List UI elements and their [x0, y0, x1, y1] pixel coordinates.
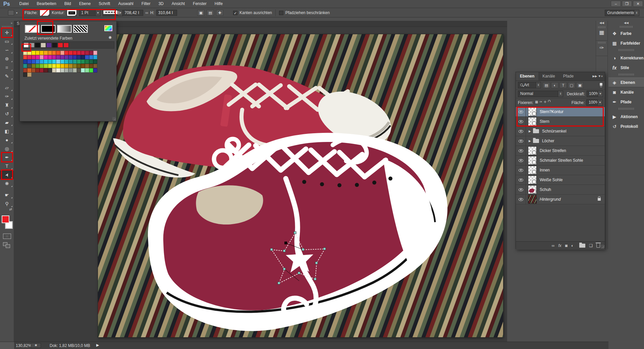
visibility-cell[interactable] [516, 165, 526, 175]
menu-bild[interactable]: Bild [60, 0, 75, 8]
recent-color-swatch-3[interactable] [41, 43, 46, 48]
solid-color-button[interactable] [41, 24, 56, 33]
color-swatch-3-1[interactable] [27, 64, 31, 68]
color-swatch-4-10[interactable] [64, 68, 68, 72]
color-swatch-1-0[interactable] [23, 55, 27, 59]
lock-transparency-icon[interactable]: ▦ [535, 100, 538, 105]
color-swatch-0-7[interactable] [52, 51, 56, 55]
color-swatch-4-17[interactable] [93, 68, 97, 72]
layer-row[interactable]: Weiße Sohle [516, 175, 605, 185]
layer-row[interactable]: ▶Schnürsenkel [516, 127, 605, 136]
menu-ebene[interactable]: Ebene [75, 0, 95, 8]
dock-item-ebenen[interactable]: ◈Ebenen [608, 78, 644, 87]
canvas[interactable] [98, 34, 503, 337]
zoom-tool[interactable]: ⚲ [0, 199, 14, 208]
dock-item-farbe[interactable]: ❖Farbe [608, 29, 644, 38]
color-swatch-2-9[interactable] [60, 59, 64, 64]
color-swatch-2-17[interactable] [93, 59, 97, 64]
color-swatch-3-0[interactable] [23, 64, 27, 68]
visibility-cell[interactable] [516, 156, 526, 165]
color-swatch-4-8[interactable] [56, 68, 60, 72]
color-swatch-4-7[interactable] [52, 68, 56, 72]
updown-arrows-icon[interactable]: ⇕ [558, 91, 563, 97]
path-operation-icon-0[interactable]: ▣ [197, 10, 205, 16]
color-swatch-2-2[interactable] [32, 59, 36, 64]
color-swatch-4-4[interactable] [40, 68, 44, 72]
properties-panel-button[interactable]: ▦ [596, 25, 607, 41]
layer-thumbnail[interactable] [528, 166, 537, 174]
resize-grip[interactable] [112, 117, 116, 120]
eyedropper-tool[interactable]: ✎ [0, 72, 14, 81]
restore-button[interactable]: ❐ [622, 1, 632, 7]
zoom-level-field[interactable]: 130,82% [16, 343, 32, 348]
color-swatch-3-3[interactable] [36, 64, 40, 68]
color-swatch-4-9[interactable] [60, 68, 64, 72]
filter-kind-smartobject-icon[interactable]: ▣ [576, 82, 584, 88]
minimize-button[interactable]: – [611, 1, 621, 7]
chevron-down-icon[interactable]: ▼ [95, 10, 100, 16]
color-swatch-4-15[interactable] [85, 68, 89, 72]
eye-icon[interactable] [519, 159, 523, 162]
crop-tool[interactable]: ⌗ [0, 63, 14, 72]
close-button[interactable]: ✕ [633, 1, 643, 7]
color-swatch-0-8[interactable] [56, 51, 60, 55]
recent-color-swatch-7[interactable] [63, 43, 69, 48]
blur-tool[interactable]: ● [0, 136, 14, 144]
color-swatch-1-16[interactable] [89, 55, 93, 59]
color-swatch-3-16[interactable] [89, 64, 93, 68]
visibility-cell[interactable] [516, 146, 526, 155]
lock-pixels-icon[interactable]: ✑ [539, 100, 542, 105]
shape-height-field[interactable]: 310,64 I [156, 10, 177, 16]
constrain-path-checkbox[interactable] [279, 11, 283, 15]
color-swatch-0-9[interactable] [60, 51, 64, 55]
visibility-cell[interactable] [516, 185, 526, 194]
color-swatch-5-1[interactable] [27, 72, 31, 77]
visibility-cell[interactable] [516, 195, 526, 204]
blend-mode-value[interactable]: Normal [518, 91, 558, 97]
color-swatch-0-12[interactable] [73, 51, 77, 55]
menu-auswahl[interactable]: Auswahl [114, 0, 137, 8]
filter-kind-shape-icon[interactable]: ▢ [568, 82, 575, 88]
recent-color-swatch-5[interactable] [52, 43, 57, 48]
color-swatch-1-8[interactable] [56, 55, 60, 59]
fill-opacity-combo[interactable]: 100% ▼ [586, 99, 603, 106]
color-picker-button[interactable] [104, 25, 112, 31]
color-swatch-1-1[interactable] [27, 55, 31, 59]
updown-arrows-icon[interactable]: ⇕ [536, 82, 541, 88]
menu-ansicht[interactable]: Ansicht [168, 0, 189, 8]
layer-row[interactable]: Stern [516, 117, 605, 127]
color-swatch-1-5[interactable] [44, 55, 48, 59]
color-swatch-3-7[interactable] [52, 64, 56, 68]
color-swatch-0-16[interactable] [89, 51, 93, 55]
color-swatch-4-0[interactable] [23, 68, 27, 72]
layer-row[interactable]: Dicker Streifen [516, 146, 605, 156]
dock-item-pfade[interactable]: ✒Pfade [608, 97, 644, 107]
color-swatch-0-2[interactable] [32, 51, 36, 55]
pattern-button[interactable] [73, 24, 88, 33]
visibility-cell[interactable] [516, 127, 526, 136]
color-swatch-1-10[interactable] [64, 55, 68, 59]
healing-brush-tool[interactable]: ▱ [0, 83, 14, 92]
color-swatch-0-3[interactable] [36, 51, 40, 55]
eye-icon[interactable] [519, 179, 523, 182]
layer-row[interactable]: Stern?Kontur [516, 107, 605, 117]
layer-row[interactable]: ▶Löcher [516, 136, 605, 146]
foreground-color-swatch[interactable] [2, 215, 9, 223]
lock-position-icon[interactable]: ✛ [544, 100, 546, 105]
gradient-tool[interactable]: ◧ [0, 127, 14, 136]
pen-tool[interactable]: ✒ [0, 153, 14, 162]
color-swatch-2-11[interactable] [68, 59, 72, 64]
stroke-dash-preview[interactable] [103, 10, 118, 14]
color-swatch-4-13[interactable] [77, 68, 81, 72]
color-swatch-3-12[interactable] [73, 64, 77, 68]
eye-icon[interactable] [519, 169, 523, 172]
type-tool[interactable]: T [0, 162, 14, 170]
color-swatch-0-10[interactable] [64, 51, 68, 55]
menu-schrift[interactable]: Schrift [95, 0, 114, 8]
lasso-tool[interactable]: ∽ [0, 46, 14, 54]
color-swatch-4-16[interactable] [89, 68, 93, 72]
dock-item-korrekturen[interactable]: ◑Korrekturen [608, 53, 644, 63]
adjustment-layer-icon[interactable]: ◐ [571, 243, 574, 248]
color-swatch-5-0[interactable] [23, 72, 27, 77]
layer-row[interactable]: Hintergrund [516, 195, 605, 204]
